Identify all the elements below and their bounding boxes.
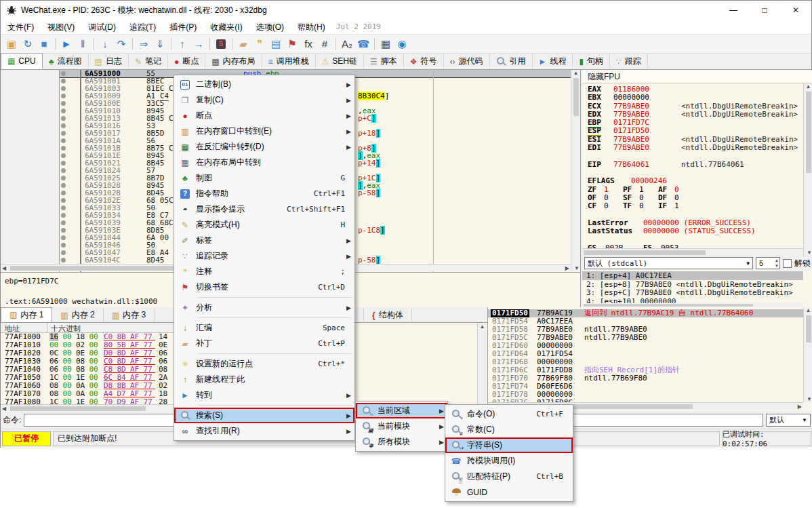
- menu-item[interactable]: ✐标签▶: [174, 233, 354, 248]
- breakpoint-dot-icon[interactable]: [61, 206, 66, 210]
- breakpoint-dot-icon[interactable]: [61, 250, 66, 255]
- tab-memory-2[interactable]: ▥内存 2: [52, 308, 103, 322]
- menu-item[interactable]: ?指令帮助Ctrl+F1: [174, 186, 354, 201]
- tab-cpu[interactable]: ▦CPU: [1, 53, 43, 69]
- breakpoint-dot-icon[interactable]: [61, 109, 66, 113]
- menu-item[interactable]: ▣当前模块▶: [356, 418, 447, 434]
- register-row[interactable]: [582, 168, 803, 176]
- calling-convention-combo[interactable]: 默认 (stdcall)▼: [584, 257, 753, 269]
- register-row[interactable]: ECX77B9ABE0<ntdll.DbgUiRemoteBreakin>: [582, 102, 803, 110]
- fx-icon[interactable]: fx: [300, 36, 317, 52]
- register-row[interactable]: CF0TF0IF1: [582, 201, 803, 210]
- tab-symbols[interactable]: ❖符号: [404, 54, 444, 69]
- menubar-item[interactable]: 选项(O): [249, 20, 291, 35]
- menu-item[interactable]: ❝注释;: [174, 264, 354, 279]
- menu-item[interactable]: ▦在内存布局中转到: [174, 155, 354, 170]
- register-row[interactable]: EBX00000000: [582, 93, 803, 101]
- tab-trace[interactable]: ∵跟踪: [610, 54, 648, 69]
- calculator-icon[interactable]: ▦: [378, 36, 394, 52]
- patch-icon[interactable]: ▰: [235, 36, 251, 52]
- menubar-item[interactable]: 追踪(T): [123, 20, 163, 35]
- breakpoint-dot-icon[interactable]: [61, 101, 66, 106]
- menu-item[interactable]: ▰补丁Ctrl+P: [174, 336, 354, 351]
- comment-icon[interactable]: ❞: [251, 36, 268, 52]
- tab-seh[interactable]: ⚠SEH链: [316, 54, 364, 69]
- breakpoint-dot-icon[interactable]: [61, 94, 66, 98]
- breakpoint-dot-icon[interactable]: [61, 176, 66, 180]
- az-icon[interactable]: A₂: [339, 36, 355, 52]
- register-row[interactable]: LastError00000000 (ERROR_SUCCESS): [582, 218, 803, 227]
- tab-source[interactable]: ‹›源代码: [444, 54, 490, 69]
- breakpoint-dot-icon[interactable]: [61, 161, 66, 165]
- menu-item[interactable]: ✦分析▶: [174, 300, 354, 315]
- stack-row[interactable]: 0171FD640171FD54: [488, 350, 804, 358]
- register-row[interactable]: [582, 235, 803, 243]
- register-row[interactable]: OF0SF0DF0: [582, 193, 803, 201]
- unlock-checkbox[interactable]: [783, 259, 792, 268]
- close-button[interactable]: ✕: [780, 1, 811, 20]
- breakpoint-dot-icon[interactable]: [61, 116, 66, 121]
- execute-till-return-icon[interactable]: ⇒: [136, 36, 152, 52]
- minimize-button[interactable]: —: [718, 1, 749, 20]
- hide-fpu-button[interactable]: 隐藏FPU: [582, 70, 812, 83]
- register-row[interactable]: EAX01186000: [582, 85, 803, 93]
- tab-references[interactable]: 引用: [490, 54, 533, 69]
- stack-arg-row[interactable]: 3: [esp+C] 77B9ABE0 <ntdll.DbgUiRemoteBr…: [582, 288, 803, 297]
- stack-vscrollbar[interactable]: ▲▼: [803, 307, 812, 402]
- menu-item[interactable]: ↑新建线程于此: [174, 372, 354, 387]
- menu-item[interactable]: ›命令(O)Ctrl+F: [445, 406, 573, 422]
- command-combo[interactable]: 默认▼: [766, 414, 811, 427]
- stack-row[interactable]: 0171FD5C77B9ABE0ntdll.77B9ABE0: [488, 334, 804, 342]
- menu-item[interactable]: 01二进制(B)▶: [174, 77, 354, 92]
- menu-item[interactable]: ●断点▶: [174, 108, 354, 123]
- modules-icon[interactable]: ☎: [355, 36, 371, 52]
- tab-notes[interactable]: ✎笔记: [129, 54, 168, 69]
- menu-item[interactable]: ▦在反汇编中转到(D)▶: [174, 139, 354, 155]
- menubar-item[interactable]: 收藏夹(I): [203, 20, 249, 35]
- stack-row[interactable]: 0171FD7077B69F80ntdll.77B69F80: [488, 374, 804, 383]
- menu-item[interactable]: 搜索(S)▶: [174, 408, 354, 423]
- stack-arg-row[interactable]: 1: [esp+4] A0C17EEA: [582, 271, 803, 280]
- register-row[interactable]: EIP77B64061ntdll.77B64061: [582, 160, 803, 168]
- stack-arg-row[interactable]: 2: [esp+8] 77B9ABE0 <ntdll.DbgUiRemoteBr…: [582, 280, 803, 289]
- menubar-item[interactable]: 插件(P): [163, 20, 203, 35]
- register-row[interactable]: ESI77B9ABE0<ntdll.DbgUiRemoteBreakin>: [582, 135, 803, 143]
- breakpoint-dot-icon[interactable]: [61, 243, 66, 248]
- register-row[interactable]: [582, 151, 803, 159]
- stack-row[interactable]: 0171FD74D60FE6D6: [488, 383, 804, 391]
- scylla-icon[interactable]: S: [213, 36, 229, 52]
- menu-item[interactable]: ❛字符串(S): [445, 437, 573, 453]
- breakpoint-dot-icon[interactable]: [61, 228, 66, 233]
- menu-item[interactable]: ✱所有模块▶: [356, 434, 447, 450]
- breakpoint-dot-icon[interactable]: [61, 146, 66, 151]
- menu-item[interactable]: ►转到▶: [174, 387, 354, 403]
- menu-item[interactable]: ✳设置新的运行点Ctrl+*: [174, 356, 354, 372]
- menu-item[interactable]: ◓显示指令提示Ctrl+Shift+F1: [174, 201, 354, 217]
- locals-vscrollbar[interactable]: ▲: [477, 324, 487, 410]
- menu-item[interactable]: ✎高亮模式(H)H: [174, 217, 354, 233]
- breakpoint-dot-icon[interactable]: [61, 213, 66, 218]
- breakpoint-dot-icon[interactable]: [61, 191, 66, 195]
- menubar-item[interactable]: 文件(F): [1, 20, 41, 35]
- menubar-item[interactable]: 视图(V): [41, 20, 81, 35]
- breakpoint-dot-icon[interactable]: [61, 79, 66, 83]
- menubar-item[interactable]: 帮助(H): [291, 20, 332, 35]
- tab-memmap[interactable]: ▦内存布局: [205, 54, 262, 69]
- arg-count-spinner[interactable]: 5▲▼: [756, 257, 780, 269]
- run-icon[interactable]: ►: [58, 36, 75, 52]
- pause-icon[interactable]: ‖: [75, 36, 91, 52]
- step-out-icon[interactable]: ↑: [174, 36, 190, 52]
- menu-item[interactable]: ↓汇编Space: [174, 320, 354, 336]
- menu-item[interactable]: ⚑切换书签Ctrl+D: [174, 279, 354, 295]
- tab-breakpoints[interactable]: ●断点: [168, 54, 205, 69]
- breakpoint-dot-icon[interactable]: [61, 71, 66, 76]
- breakpoint-dot-icon[interactable]: [61, 220, 66, 225]
- breakpoint-dot-icon[interactable]: [61, 131, 66, 136]
- stack-row[interactable]: 0171FD6000000000: [488, 342, 804, 350]
- registers-vscrollbar[interactable]: ▲▼: [803, 83, 812, 256]
- menu-item[interactable]: ☎跨模块调用(I): [445, 453, 573, 469]
- menu-item[interactable]: ▫当前区域▶: [356, 403, 447, 418]
- tab-memory-1[interactable]: ▥内存 1: [1, 307, 52, 322]
- bookmark-icon[interactable]: ⚑: [284, 36, 300, 52]
- breakpoint-dot-icon[interactable]: [61, 153, 66, 158]
